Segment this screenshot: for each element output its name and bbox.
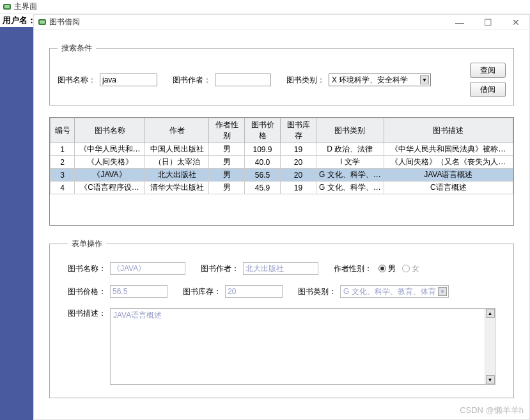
cell-category: I 文学 (316, 156, 384, 169)
form-stock-input[interactable] (225, 285, 283, 298)
scroll-down-icon[interactable]: ▼ (486, 375, 495, 384)
form-name-input[interactable] (110, 262, 185, 275)
svg-rect-3 (40, 20, 45, 24)
cell-author: 中国人民出版社 (145, 143, 209, 156)
form-author-label: 图书作者： (201, 263, 239, 274)
col-desc[interactable]: 图书描述 (384, 118, 513, 143)
minimize-button[interactable]: — (450, 16, 469, 29)
cell-gender: 男 (209, 169, 245, 182)
form-fieldset: 表单操作 图书名称： 图书作者： 作者性别： 男 (49, 238, 514, 398)
form-desc-textarea[interactable]: JAVA语言概述 (111, 309, 485, 384)
cell-desc: 《中华人民共和国民法典》被称… (384, 143, 513, 156)
form-legend: 表单操作 (68, 238, 106, 249)
cell-price: 40.0 (245, 156, 281, 169)
table-row[interactable]: 3《JAVA》北大出版社男56.520G 文化、科学、…JAVA语言概述 (51, 169, 513, 182)
cell-stock: 20 (281, 156, 316, 169)
cell-name: 《C语言程序设… (75, 182, 145, 194)
cell-gender: 男 (209, 182, 245, 194)
borrow-button[interactable]: 借阅 (470, 82, 506, 97)
table-row[interactable]: 1《中华人民共和…中国人民出版社男109.919D 政治、法律《中华人民共和国民… (51, 143, 513, 156)
form-desc-label: 图书描述： (68, 308, 106, 319)
search-name-input[interactable] (100, 74, 157, 86)
col-name[interactable]: 图书名称 (75, 118, 145, 143)
cell-price: 109.9 (245, 143, 281, 156)
cell-desc: 《人间失格》（又名《丧失为人… (384, 156, 513, 169)
cell-gender: 男 (209, 143, 245, 156)
form-name-label: 图书名称： (68, 263, 106, 274)
query-button[interactable]: 查阅 (470, 63, 506, 78)
search-category-label: 图书类别： (286, 75, 325, 86)
search-category-value: X 环境科学、安全科学 (332, 75, 408, 86)
search-author-label: 图书作者： (173, 75, 211, 86)
cell-desc: JAVA语言概述 (384, 169, 513, 182)
search-fieldset: 搜索条件 图书名称： 图书作者： 图书类别： X 环境科学、安全科学 ▼ 查阅 … (49, 43, 514, 105)
form-price-input[interactable] (110, 285, 168, 298)
form-category-select[interactable]: G 文化、科学、教育、体育 ▼ (340, 285, 449, 298)
cell-author: （日）太宰治 (145, 156, 209, 169)
chevron-down-icon: ▼ (438, 287, 447, 296)
form-gender-label: 作者性别： (334, 263, 372, 274)
main-titlebar: 主界面 (0, 0, 530, 14)
cell-stock: 19 (281, 143, 316, 156)
form-stock-label: 图书库存： (183, 286, 221, 297)
form-price-label: 图书价格： (68, 286, 106, 297)
search-name-label: 图书名称： (58, 75, 96, 86)
cell-category: G 文化、科学、… (316, 182, 384, 194)
watermark: CSDN @懒羊羊h (460, 405, 524, 416)
col-price[interactable]: 图书价格 (245, 118, 281, 143)
scroll-up-icon[interactable]: ▲ (486, 309, 495, 318)
cell-category: G 文化、科学、… (316, 169, 384, 182)
chevron-down-icon: ▼ (420, 75, 429, 84)
cell-id: 2 (51, 156, 75, 169)
dialog-title: 图书借阅 (49, 17, 450, 27)
form-author-input[interactable] (243, 262, 318, 275)
cell-id: 4 (51, 182, 75, 194)
book-table: 编号 图书名称 作者 作者性别 图书价格 图书库存 图书类别 图书描述 1《中华… (50, 118, 513, 194)
radio-male-label: 男 (388, 263, 396, 274)
book-table-container[interactable]: 编号 图书名称 作者 作者性别 图书价格 图书库存 图书类别 图书描述 1《中华… (49, 117, 514, 226)
cell-id: 3 (51, 169, 75, 182)
search-author-input[interactable] (215, 74, 271, 86)
col-category[interactable]: 图书类别 (316, 118, 384, 143)
col-author[interactable]: 作者 (145, 118, 209, 143)
search-legend: 搜索条件 (58, 43, 96, 54)
dialog-titlebar[interactable]: 图书借阅 — ☐ ✕ (34, 15, 529, 30)
app-icon (3, 3, 12, 12)
close-button[interactable]: ✕ (506, 16, 526, 29)
main-sidebar (0, 27, 33, 420)
cell-name: 《中华人民共和… (75, 143, 145, 156)
cell-price: 45.9 (245, 182, 281, 194)
radio-female[interactable]: 女 (402, 263, 419, 274)
radio-female-label: 女 (412, 263, 419, 274)
user-label: 用户名： (3, 15, 36, 26)
col-id[interactable]: 编号 (51, 118, 75, 143)
cell-price: 56.5 (245, 169, 281, 182)
dialog-icon (38, 18, 47, 27)
cell-name: 《人间失格》 (75, 156, 145, 169)
cell-author: 清华大学出版社 (145, 182, 209, 194)
form-category-label: 图书类别： (298, 286, 336, 297)
table-row[interactable]: 2《人间失格》（日）太宰治男40.020I 文学《人间失格》（又名《丧失为人… (51, 156, 513, 169)
borrow-dialog: 图书借阅 — ☐ ✕ 搜索条件 图书名称： 图书作者： 图书类别： X 环境科学… (33, 14, 530, 420)
cell-name: 《JAVA》 (75, 169, 145, 182)
cell-gender: 男 (209, 156, 245, 169)
form-category-value: G 文化、科学、教育、体育 (343, 286, 436, 297)
cell-id: 1 (51, 143, 75, 156)
search-category-select[interactable]: X 环境科学、安全科学 ▼ (329, 74, 431, 86)
cell-category: D 政治、法律 (316, 143, 384, 156)
cell-stock: 20 (281, 169, 316, 182)
main-window-title: 主界面 (14, 1, 37, 12)
cell-stock: 19 (281, 182, 316, 194)
col-gender[interactable]: 作者性别 (209, 118, 245, 143)
radio-male[interactable]: 男 (378, 263, 396, 274)
table-row[interactable]: 4《C语言程序设…清华大学出版社男45.919G 文化、科学、…C语言概述 (51, 182, 513, 194)
cell-author: 北大出版社 (145, 169, 209, 182)
col-stock[interactable]: 图书库存 (281, 118, 316, 143)
svg-rect-1 (4, 5, 10, 8)
textarea-scrollbar[interactable]: ▲ ▼ (485, 309, 495, 384)
maximize-button[interactable]: ☐ (478, 16, 497, 29)
cell-desc: C语言概述 (384, 182, 513, 194)
